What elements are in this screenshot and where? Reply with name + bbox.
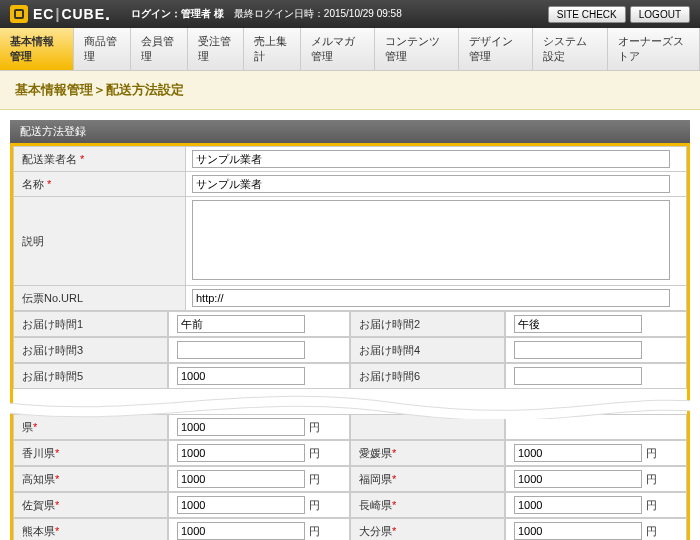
label-name: 名称 * bbox=[14, 172, 186, 197]
main-nav: 基本情報管理 商品管理 会員管理 受注管理 売上集計 メルマガ管理 コンテンツ管… bbox=[0, 28, 700, 71]
logo-icon bbox=[10, 5, 28, 23]
desc-textarea[interactable] bbox=[192, 200, 670, 280]
name-input[interactable] bbox=[192, 175, 670, 193]
app-header: EC|CUBE. ログイン：管理者 様 最終ログイン日時：2015/10/29 … bbox=[0, 0, 700, 28]
nav-mailmag[interactable]: メルマガ管理 bbox=[301, 28, 375, 70]
fee-input[interactable] bbox=[177, 496, 305, 514]
label-time2: お届け時間2 bbox=[350, 311, 505, 337]
nav-orders[interactable]: 受注管理 bbox=[188, 28, 245, 70]
breadcrumb: 基本情報管理＞配送方法設定 bbox=[0, 71, 700, 110]
nav-members[interactable]: 会員管理 bbox=[131, 28, 188, 70]
time2-input[interactable] bbox=[514, 315, 642, 333]
time6-input[interactable] bbox=[514, 367, 642, 385]
label-carrier: 配送業者名 * bbox=[14, 147, 186, 172]
nav-contents[interactable]: コンテンツ管理 bbox=[375, 28, 458, 70]
pref-label: 熊本県 * bbox=[13, 518, 168, 540]
fee-input[interactable] bbox=[177, 444, 305, 462]
fee-top-l[interactable] bbox=[177, 367, 305, 385]
site-check-button[interactable]: SITE CHECK bbox=[548, 6, 626, 23]
pref-label: 福岡県 * bbox=[350, 466, 505, 492]
nav-design[interactable]: デザイン管理 bbox=[459, 28, 533, 70]
fee-input[interactable] bbox=[177, 418, 305, 436]
nav-owners[interactable]: オーナーズストア bbox=[608, 28, 700, 70]
fee-input[interactable] bbox=[514, 444, 642, 462]
label-url: 伝票No.URL bbox=[14, 286, 186, 311]
fee-input[interactable] bbox=[177, 470, 305, 488]
fee-input[interactable] bbox=[514, 522, 642, 540]
form: 配送業者名 * 名称 * 説明 伝票No.URL お届け時間1 お届け時間2 お… bbox=[10, 143, 690, 540]
nav-sales[interactable]: 売上集計 bbox=[244, 28, 301, 70]
time3-input[interactable] bbox=[177, 341, 305, 359]
section-title: 配送方法登録 bbox=[10, 120, 690, 143]
time1-input[interactable] bbox=[177, 315, 305, 333]
fee-input[interactable] bbox=[514, 470, 642, 488]
nav-products[interactable]: 商品管理 bbox=[74, 28, 131, 70]
logout-button[interactable]: LOGOUT bbox=[630, 6, 690, 23]
url-input[interactable] bbox=[192, 289, 670, 307]
label-time4: お届け時間4 bbox=[350, 337, 505, 363]
fee-input[interactable] bbox=[514, 496, 642, 514]
pref-label: 香川県 * bbox=[13, 440, 168, 466]
label-time3: お届け時間3 bbox=[13, 337, 168, 363]
pref-label: 愛媛県 * bbox=[350, 440, 505, 466]
brand-suffix: CUBE bbox=[61, 6, 105, 22]
carrier-input[interactable] bbox=[192, 150, 670, 168]
login-info: ログイン：管理者 様 最終ログイン日時：2015/10/29 09:58 bbox=[131, 7, 402, 21]
label-desc: 説明 bbox=[14, 197, 186, 286]
label-time1: お届け時間1 bbox=[13, 311, 168, 337]
pref-label: 長崎県 * bbox=[350, 492, 505, 518]
pref-label: 佐賀県 * bbox=[13, 492, 168, 518]
content-break-wave bbox=[10, 384, 690, 419]
nav-basic-info[interactable]: 基本情報管理 bbox=[0, 28, 74, 70]
logo: EC|CUBE. bbox=[10, 4, 111, 25]
nav-system[interactable]: システム設定 bbox=[533, 28, 607, 70]
brand-prefix: EC bbox=[33, 6, 54, 22]
pref-label: 高知県 * bbox=[13, 466, 168, 492]
pref-label: 大分県 * bbox=[350, 518, 505, 540]
time4-input[interactable] bbox=[514, 341, 642, 359]
fee-input[interactable] bbox=[177, 522, 305, 540]
